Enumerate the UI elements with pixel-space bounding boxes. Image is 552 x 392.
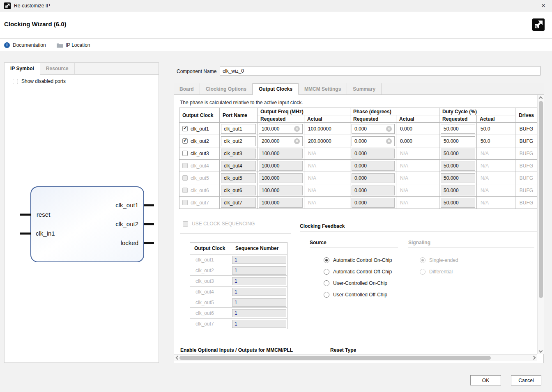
sequence-number-input: 1 (232, 288, 286, 296)
phase-actual-value: N/A (396, 172, 439, 184)
component-name-label: Component Name (177, 69, 216, 74)
tab-clocking-options[interactable]: Clocking Options (200, 83, 253, 94)
ok-button[interactable]: OK (470, 375, 501, 385)
phase-requested-input[interactable]: 0.000× (352, 124, 395, 134)
radio-icon[interactable] (324, 292, 329, 298)
vertical-scrollbar-thumb[interactable] (539, 101, 543, 298)
scroll-left-icon[interactable] (176, 356, 180, 360)
clock-enable-checkbox (182, 188, 188, 193)
port-label-clk-out2: clk_out2 (115, 220, 138, 227)
col-freq-requested: Requested (258, 115, 304, 123)
col-sequence-number: Sequence Number (231, 243, 288, 254)
drives-value: BUFG (515, 197, 538, 209)
duty-requested-input: 50.000 (441, 186, 475, 195)
documentation-button[interactable]: i Documentation (4, 42, 46, 48)
drives-value: BUFG (515, 160, 538, 172)
clock-enable-checkbox[interactable] (182, 151, 188, 156)
freq-requested-input: 100.000 (259, 161, 303, 171)
port-name-input: clk_out4 (221, 161, 256, 171)
clear-icon[interactable]: × (294, 126, 300, 132)
page-title: Clocking Wizard (6.0) (4, 21, 67, 28)
drives-value: BUFG (515, 123, 538, 135)
scroll-down-icon[interactable] (539, 349, 543, 353)
close-icon[interactable]: × (539, 1, 548, 10)
freq-actual-value: N/A (304, 147, 350, 160)
clock-enable-checkbox[interactable] (182, 126, 188, 131)
sequence-table: Output Clock Sequence Number clk_out11 c… (190, 242, 288, 329)
divider (300, 231, 537, 232)
sequence-row: clk_out61 (190, 308, 288, 319)
folder-icon (57, 43, 63, 48)
radio-icon[interactable] (324, 280, 329, 286)
tab-resource[interactable]: Resource (40, 63, 75, 74)
doc-toolbar: i Documentation IP Location (0, 39, 552, 51)
col-output-clock: Output Clock (179, 108, 220, 123)
horizontal-scrollbar[interactable] (174, 354, 537, 361)
freq-requested-input[interactable]: 200.000× (259, 136, 303, 146)
tab-mmcm-settings[interactable]: MMCM Settings (299, 83, 347, 94)
freq-requested-input[interactable]: 100.000× (259, 124, 303, 134)
duty-requested-input: 50.000 (441, 198, 475, 208)
radio-automatic-control-off-chip[interactable]: Automatic Control Off-Chip (324, 268, 392, 275)
port-name-input: clk_out7 (221, 198, 256, 208)
port-name-input[interactable]: clk_out1 (221, 124, 256, 134)
optional-io-title: Enable Optional Inputs / Outputs for MMC… (180, 347, 293, 353)
sequence-number-input: 1 (232, 320, 286, 328)
table-row: clk_out3 clk_out3 100.000 N/A 0.000 N/A … (179, 147, 538, 160)
ip-location-button[interactable]: IP Location (57, 42, 90, 48)
horizontal-scrollbar-thumb[interactable] (179, 356, 491, 360)
tab-summary[interactable]: Summary (347, 83, 382, 94)
scroll-right-icon[interactable] (532, 356, 536, 360)
sequence-number-input: 1 (232, 256, 286, 264)
table-row: clk_out1 clk_out1 100.000× 100.00000 0.0… (179, 123, 538, 135)
clock-enable-checkbox[interactable] (182, 138, 188, 144)
info-icon: i (4, 42, 10, 48)
reset-type-title: Reset Type (330, 347, 356, 353)
drives-value: BUFG (515, 135, 538, 147)
sequence-number-input: 1 (232, 277, 286, 285)
tab-ip-symbol[interactable]: IP Symbol (5, 63, 40, 75)
radio-icon[interactable] (324, 257, 329, 263)
sequence-number-input: 1 (232, 266, 286, 275)
table-row: clk_out4 clk_out4 100.000 N/A 0.000 N/A … (179, 160, 538, 172)
left-tab-strip: IP Symbol Resource (5, 63, 159, 75)
vertical-scrollbar[interactable] (537, 95, 544, 354)
clocking-feedback-title: Clocking Feedback (300, 223, 345, 229)
duty-requested-input[interactable]: 50.000 (441, 124, 475, 134)
phase-requested-input: 0.000 (352, 186, 395, 195)
clear-icon[interactable]: × (386, 138, 392, 144)
freq-requested-input: 100.000 (259, 173, 303, 183)
duty-requested-input[interactable]: 50.000 (441, 136, 475, 146)
cancel-button[interactable]: Cancel (511, 375, 541, 385)
use-clock-sequencing-checkbox (183, 221, 188, 227)
drives-value: BUFG (515, 172, 538, 184)
radio-automatic-control-on-chip[interactable]: Automatic Control On-Chip (324, 257, 392, 264)
phase-requested-input: 0.000 (352, 173, 395, 183)
scroll-up-icon[interactable] (539, 96, 543, 101)
tab-board[interactable]: Board (174, 83, 200, 94)
radio-icon[interactable] (324, 269, 329, 275)
component-name-input[interactable] (220, 66, 540, 76)
port-label-reset: reset (37, 211, 51, 218)
source-title: Source (310, 240, 327, 245)
radio-user-controlled-on-chip[interactable]: User-Controlled On-Chip (324, 280, 387, 287)
port-name-input[interactable]: clk_out2 (221, 136, 256, 146)
freq-actual-value: N/A (304, 197, 350, 209)
radio-user-controlled-off-chip[interactable]: User-Controlled Off-Chip (324, 291, 387, 298)
dialog-header: Clocking Wizard (6.0) (0, 11, 552, 39)
phase-requested-input[interactable]: 0.000× (352, 136, 395, 146)
show-disabled-ports-checkbox[interactable] (13, 79, 18, 84)
col-seq-output-clock: Output Clock (190, 243, 231, 254)
xilinx-app-icon (4, 2, 11, 9)
freq-requested-input: 100.000 (259, 186, 303, 195)
sequence-number-input: 1 (232, 298, 286, 307)
radio-icon (420, 257, 426, 263)
col-port-name: Port Name (220, 108, 258, 123)
phase-actual-value: N/A (396, 160, 439, 172)
tab-output-clocks[interactable]: Output Clocks (253, 83, 299, 95)
duty-actual-value: 50.0 (477, 123, 515, 135)
clear-icon[interactable]: × (386, 126, 392, 132)
col-duty-cycle: Duty Cycle (%) (439, 108, 515, 115)
clear-icon[interactable]: × (294, 138, 300, 144)
phase-actual-value: N/A (396, 197, 439, 209)
